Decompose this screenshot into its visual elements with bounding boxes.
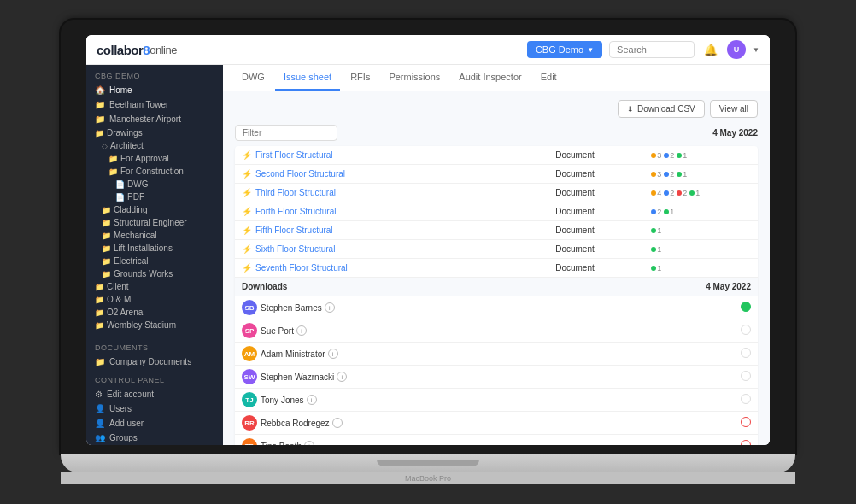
tree-oandm[interactable]: 📁 O & M xyxy=(86,293,223,306)
info-icon[interactable]: i xyxy=(328,349,338,359)
sidebar-item-edit-account[interactable]: ⚙ Edit account xyxy=(86,387,223,401)
tree-drawings[interactable]: 📁 Drawings xyxy=(86,126,223,139)
file-icon: ⚡ xyxy=(242,226,252,235)
tree-structural[interactable]: 📁 Structural Engineer xyxy=(86,216,223,229)
table-row: ⚡Seventh Floor Structural Document 1 xyxy=(235,259,758,278)
table-row: ⚡Fifth Floor Structural Document 1 xyxy=(235,221,758,240)
file-link[interactable]: ⚡Second Floor Structural xyxy=(242,169,542,179)
table-row: SW Stephen Wazrnacki i xyxy=(235,366,758,389)
tab-edit[interactable]: Edit xyxy=(532,65,566,91)
main-content: DWG Issue sheet RFIs Permissions Audit I… xyxy=(223,65,770,445)
info-icon[interactable]: i xyxy=(325,302,335,313)
tree-architect[interactable]: ◇ Architect xyxy=(86,139,223,152)
user-cell: TB Tina Booth i xyxy=(242,438,542,445)
folder-icon: 📁 xyxy=(102,244,111,253)
sidebar-item-users[interactable]: 👤 Users xyxy=(86,401,223,416)
folder-icon: 📁 xyxy=(102,270,111,278)
tab-issue-sheet[interactable]: Issue sheet xyxy=(275,65,340,91)
view-all-button[interactable]: View all xyxy=(710,100,758,118)
folder-icon: 📁 xyxy=(102,219,111,227)
file-icon: ⚡ xyxy=(242,150,252,160)
search-input[interactable] xyxy=(609,41,695,58)
folder-icon: 📁 xyxy=(108,155,118,163)
sidebar-item-add-user[interactable]: 👤 Add user xyxy=(86,416,223,431)
chevron-down-icon-avatar: ▼ xyxy=(753,46,759,54)
file-link[interactable]: ⚡Third Floor Structural xyxy=(242,188,542,197)
user-cell: SP Sue Port i xyxy=(242,323,542,338)
gear-icon: ⚙ xyxy=(95,390,103,399)
file-icon: 📄 xyxy=(115,193,125,202)
tree-lift[interactable]: 📁 Lift Installations xyxy=(86,242,223,255)
avatar[interactable]: U xyxy=(727,40,746,59)
folder-icon: 📁 xyxy=(95,100,105,109)
file-link[interactable]: ⚡First Floor Structural xyxy=(242,150,542,160)
tree-for-approval[interactable]: 📁 For Approval xyxy=(86,152,223,165)
folder-icon: 📁 xyxy=(108,167,118,176)
tab-audit[interactable]: Audit Inspector xyxy=(450,65,530,91)
tree-pdf[interactable]: 📄 PDF xyxy=(86,190,223,203)
tree-cladding[interactable]: 📁 Cladding xyxy=(86,203,223,216)
folder-icon: 📁 xyxy=(102,206,111,214)
badge-group: 3 2 1 xyxy=(651,151,751,160)
file-icon: ⚡ xyxy=(242,244,252,254)
file-link[interactable]: ⚡Sixth Floor Structural xyxy=(242,244,542,254)
table-row: ⚡Second Floor Structural Document 3 2 1 xyxy=(235,165,758,184)
tab-rfis[interactable]: RFIs xyxy=(342,65,378,91)
sidebar-section-docs: Documents xyxy=(86,337,223,355)
info-icon[interactable]: i xyxy=(304,441,314,445)
file-link[interactable]: ⚡Seventh Floor Structural xyxy=(242,263,542,273)
tab-dwg[interactable]: DWG xyxy=(233,65,273,91)
table-row: ⚡Third Floor Structural Document 4 2 2 1 xyxy=(235,184,758,202)
sidebar-item-manchester[interactable]: 📁 Manchester Airport xyxy=(86,112,223,126)
tree-electrical[interactable]: 📁 Electrical xyxy=(86,255,223,267)
groups-icon: 👥 xyxy=(95,433,105,442)
filter-input[interactable] xyxy=(235,125,337,141)
sidebar-item-company-docs[interactable]: 📁 Company Documents xyxy=(86,355,223,369)
info-icon[interactable]: i xyxy=(296,325,307,336)
tree-grounds[interactable]: 📁 Grounds Works xyxy=(86,267,223,280)
folder-icon: 📁 xyxy=(95,321,104,330)
tree-dwg[interactable]: 📄 DWG xyxy=(86,178,223,190)
add-user-icon: 👤 xyxy=(95,419,105,428)
tree-wembley[interactable]: 📁 Wembley Stadium xyxy=(86,319,223,331)
info-icon[interactable]: i xyxy=(307,395,317,405)
table-row: SP Sue Port i xyxy=(235,319,758,343)
cbo-demo-label: CBG Demo xyxy=(536,44,583,55)
download-csv-button[interactable]: ⬇ Download CSV xyxy=(618,100,705,118)
home-icon: 🏠 xyxy=(95,85,105,95)
badge-group: 4 2 2 1 xyxy=(651,189,751,197)
laptop-notch xyxy=(377,460,479,466)
folder-icon: 📁 xyxy=(102,257,111,266)
folder-icon: 📁 xyxy=(95,296,104,304)
tab-permissions[interactable]: Permissions xyxy=(380,65,449,91)
file-icon: ⚡ xyxy=(242,263,252,273)
tree-client[interactable]: 📁 Client xyxy=(86,280,223,293)
sidebar-item-beetham[interactable]: 📁 Beetham Tower xyxy=(86,97,223,112)
file-link[interactable]: ⚡Forth Floor Structural xyxy=(242,207,542,216)
date-header: 4 May 2022 xyxy=(712,128,758,138)
data-table: ⚡First Floor Structural Document 3 2 1 xyxy=(235,146,758,445)
badge-group: 2 1 xyxy=(651,208,751,216)
file-link[interactable]: ⚡Fifth Floor Structural xyxy=(242,226,542,235)
sidebar-item-groups[interactable]: 👥 Groups xyxy=(86,431,223,445)
info-icon[interactable]: i xyxy=(337,372,347,382)
folder-icon: 📁 xyxy=(95,357,105,366)
info-icon[interactable]: i xyxy=(332,418,343,428)
logo: collabor8online xyxy=(97,43,199,57)
cbo-demo-button[interactable]: CBG Demo ▼ xyxy=(527,41,602,58)
avatar: SB xyxy=(242,300,257,315)
user-cell: SB Stephen Barnes i xyxy=(242,300,542,315)
sidebar-item-home[interactable]: 🏠 Home xyxy=(86,83,223,97)
radio-dot xyxy=(741,348,751,358)
tree-mechanical[interactable]: 📁 Mechanical xyxy=(86,229,223,242)
tree-for-construction[interactable]: 📁 For Construction xyxy=(86,165,223,178)
table-row: RR Rebbca Rodregez i xyxy=(235,412,758,435)
file-icon: ⚡ xyxy=(242,169,252,179)
user-icon: 👤 xyxy=(95,404,105,413)
macbook-label: MacBook Pro xyxy=(61,472,795,484)
tree-o2[interactable]: 📁 O2 Arena xyxy=(86,306,223,319)
radio-dot xyxy=(741,325,751,335)
bell-icon[interactable]: 🔔 xyxy=(701,40,720,59)
table-row: AM Adam Ministrator i xyxy=(235,343,758,366)
avatar: AM xyxy=(242,346,257,361)
